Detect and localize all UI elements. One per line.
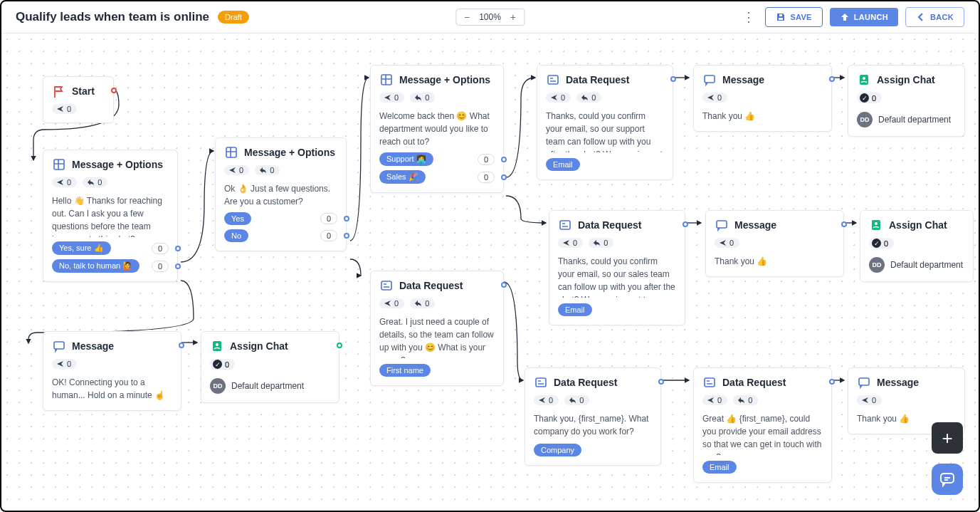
node-message-options-2[interactable]: Message + Options 0 0 Ok 👌 Just a few qu… — [215, 137, 347, 251]
node-assign-1[interactable]: Assign Chat ✓0 DDDefault department — [201, 331, 339, 403]
flag-icon — [52, 84, 66, 98]
node-assign-2[interactable]: Assign Chat ✓0 DDDefault department — [848, 65, 965, 137]
node-body: OK! Connecting you to a human... Hold on… — [52, 376, 172, 402]
grid-icon — [52, 157, 66, 172]
zoom-control[interactable]: − 100% + — [455, 9, 525, 26]
flow-canvas[interactable]: Start 0 Message + Options 0 0 Hello 👋 Th… — [1, 33, 979, 511]
message-icon — [52, 339, 66, 353]
count: ✓0 — [210, 359, 235, 370]
more-menu-button[interactable]: ⋮ — [739, 9, 758, 25]
node-message-options-3[interactable]: Message + Options 0 0 Welcome back then … — [370, 65, 504, 193]
message-icon — [857, 375, 871, 390]
node-message-1[interactable]: Message 0 OK! Connecting you to a human.… — [43, 331, 181, 411]
field-tag: Company — [534, 444, 581, 456]
form-icon — [546, 73, 560, 87]
zoom-level: 100% — [479, 12, 501, 22]
field-tag: Email — [546, 158, 580, 171]
node-message-3[interactable]: Message 0 Thank you 👍 — [705, 210, 844, 277]
output-port[interactable] — [829, 76, 835, 82]
chevron-left-icon — [916, 12, 926, 22]
recv-count: 0 — [83, 177, 107, 187]
header: Qualify leads when team is online Draft … — [1, 1, 979, 33]
node-body: Hello 👋 Thanks for reaching out. Can I a… — [52, 194, 169, 237]
node-data-request-1[interactable]: Data Request 0 0 Great. I just need a co… — [370, 271, 504, 386]
node-data-request-2[interactable]: Data Request 0 0 Thanks, could you confi… — [537, 65, 673, 180]
sent-count: 0 — [52, 177, 77, 187]
node-start[interactable]: Start 0 — [43, 76, 114, 123]
assign-icon — [869, 218, 883, 232]
department: DDDefault department — [210, 378, 330, 394]
output-port[interactable] — [670, 76, 676, 82]
option-yes[interactable]: Yes, sure 👍0 — [52, 241, 169, 255]
grid-icon — [379, 73, 394, 87]
node-message-options-1[interactable]: Message + Options 0 0 Hello 👋 Thanks for… — [43, 150, 178, 282]
node-data-request-5[interactable]: Data Request 0 0 Great 👍 {first_name}, c… — [693, 367, 832, 483]
sent-count: 0 — [52, 104, 77, 114]
form-icon — [379, 278, 394, 293]
output-port[interactable] — [111, 88, 117, 93]
option-sales[interactable]: Sales 🎉0 — [379, 170, 495, 184]
node-assign-3[interactable]: Assign Chat ✓0 DDDefault department — [860, 210, 974, 282]
output-port[interactable] — [658, 379, 664, 385]
back-button[interactable]: BACK — [905, 7, 964, 27]
output-port[interactable] — [829, 379, 835, 385]
assign-icon — [210, 339, 224, 353]
option-support[interactable]: Support 🧑‍💻0 — [379, 152, 495, 166]
node-data-request-3[interactable]: Data Request 0 0 Thanks, could you confi… — [549, 210, 685, 325]
launch-button[interactable]: LAUNCH — [830, 8, 898, 26]
save-icon — [776, 12, 786, 22]
department: DDDefault department — [857, 112, 956, 127]
output-port[interactable] — [683, 221, 688, 227]
option-no[interactable]: No, talk to human 🙋0 — [52, 259, 169, 273]
node-data-request-4[interactable]: Data Request 0 0 Thank you, {first_name}… — [525, 367, 661, 466]
output-port[interactable] — [841, 221, 847, 227]
node-message-2[interactable]: Message 0 Thank you 👍 — [693, 65, 832, 132]
save-button[interactable]: SAVE — [765, 7, 822, 27]
page-title: Qualify leads when team is online — [16, 10, 209, 24]
form-icon — [558, 218, 572, 232]
message-icon — [702, 73, 717, 87]
field-tag: First name — [379, 364, 431, 377]
zoom-in-button[interactable]: + — [508, 11, 518, 23]
field-tag: Email — [558, 303, 592, 316]
form-icon — [534, 375, 548, 390]
output-port[interactable] — [501, 282, 507, 288]
output-port[interactable] — [337, 343, 342, 348]
status-badge: Draft — [218, 11, 249, 23]
grid-icon — [224, 145, 238, 160]
output-port[interactable] — [179, 343, 184, 348]
zoom-out-button[interactable]: − — [462, 11, 472, 23]
option-yes[interactable]: Yes0 — [224, 212, 337, 225]
form-icon — [702, 375, 717, 390]
option-no[interactable]: No0 — [224, 229, 337, 242]
add-node-button[interactable]: + — [932, 422, 963, 454]
message-icon — [715, 218, 729, 232]
chat-widget-button[interactable] — [932, 464, 963, 495]
upload-icon — [840, 12, 850, 22]
department: DDDefault department — [869, 257, 964, 273]
sent-count: 0 — [52, 359, 77, 369]
field-tag: Email — [702, 461, 737, 474]
assign-icon — [857, 73, 871, 87]
